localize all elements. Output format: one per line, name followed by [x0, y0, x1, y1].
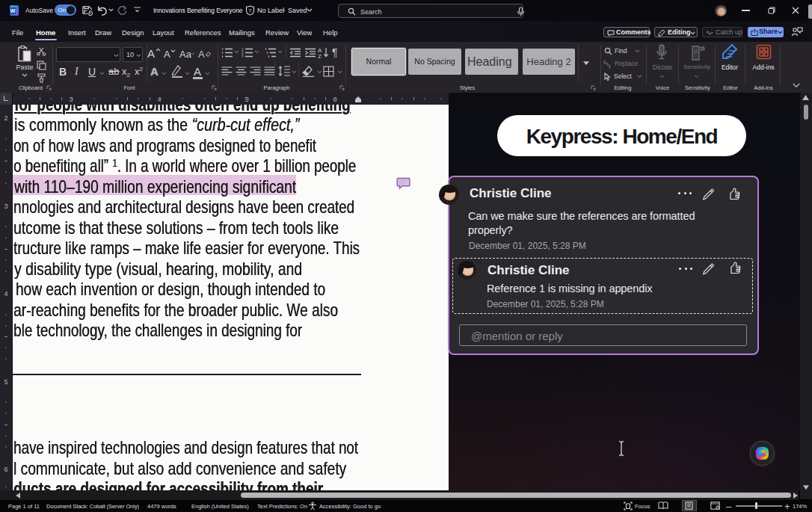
svg-text:3: 3: [242, 55, 244, 58]
svg-text:4: 4: [157, 96, 161, 103]
svg-text:5: 5: [244, 96, 248, 103]
svg-text:2: 2: [4, 114, 7, 122]
svg-text:A: A: [198, 49, 205, 58]
svg-text:4: 4: [4, 290, 7, 297]
svg-text:?: ?: [248, 7, 252, 14]
svg-text:3: 3: [69, 96, 73, 103]
svg-text:6: 6: [4, 466, 7, 473]
svg-text:6: 6: [333, 96, 336, 103]
svg-text:Z: Z: [318, 53, 322, 58]
svg-text:5: 5: [4, 378, 7, 386]
svg-text:3: 3: [4, 203, 7, 210]
